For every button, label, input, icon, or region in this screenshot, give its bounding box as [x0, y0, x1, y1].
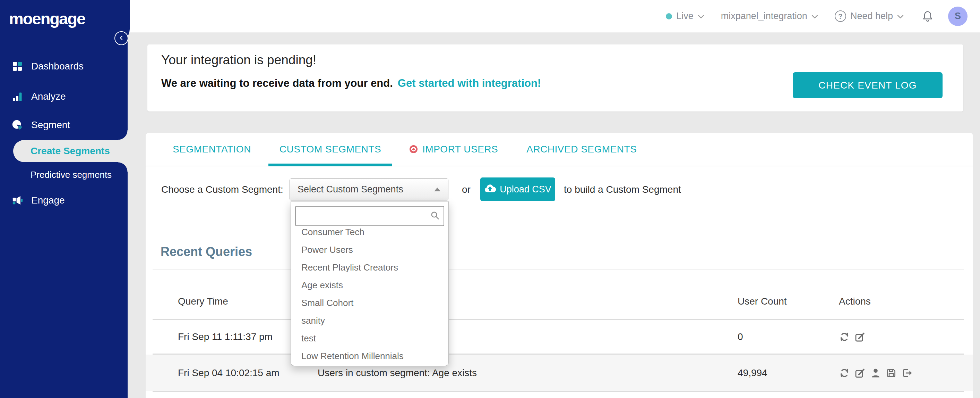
- table-row: Fri Sep 04 10:02:15 am Users in custom s…: [146, 355, 973, 391]
- column-actions: Actions: [839, 296, 871, 307]
- recent-queries-title: Recent Queries: [161, 245, 252, 259]
- app-window: Live mixpanel_integration ? Need help S: [0, 0, 980, 398]
- sidebar-item-segment[interactable]: Segment: [0, 116, 127, 134]
- cloud-upload-icon: [484, 183, 496, 195]
- or-label: or: [462, 179, 471, 200]
- sidebar-item-label: Predictive segments: [30, 169, 112, 180]
- chevron-down-icon: [811, 14, 818, 19]
- choose-segment-label: Choose a Custom Segment:: [161, 179, 283, 200]
- sidebar-item-analyze[interactable]: Analyze: [0, 88, 127, 105]
- sidebar-item-predictive-segments[interactable]: Predictive segments: [0, 166, 127, 184]
- status-dot-icon: [666, 13, 672, 19]
- dropdown-options: Consumer Tech Power Users Recent Playlis…: [291, 223, 449, 365]
- dropdown-option[interactable]: Recent Playlist Creators: [291, 259, 449, 277]
- user-count-cell: 0: [738, 331, 743, 342]
- avatar[interactable]: S: [948, 6, 967, 26]
- dropdown-option[interactable]: Power Users: [291, 241, 449, 259]
- tab-label: ARCHIVED SEGMENTS: [527, 144, 637, 155]
- chevron-down-icon: [897, 14, 904, 19]
- question-circle-icon: ?: [835, 10, 846, 22]
- magnifier-icon: [430, 211, 440, 222]
- banner-title: Your integration is pending!: [161, 53, 316, 67]
- dashboards-grid-icon: [12, 61, 23, 72]
- sidebar: Dashboards Analyze Segment: [0, 0, 127, 398]
- dropdown-option[interactable]: Small Cohort: [291, 294, 449, 312]
- sidebar-item-engage[interactable]: Engage: [0, 191, 127, 209]
- need-help-label: Need help: [850, 11, 893, 22]
- user-count-cell: 49,994: [738, 368, 767, 379]
- bell-icon[interactable]: [922, 10, 934, 22]
- sidebar-item-label: Dashboards: [31, 61, 84, 72]
- column-user-count: User Count: [738, 296, 787, 307]
- project-name: mixpanel_integration: [721, 11, 807, 22]
- export-icon[interactable]: [901, 368, 912, 379]
- check-event-log-button[interactable]: CHECK EVENT LOG: [793, 72, 943, 98]
- chevron-down-icon: [698, 14, 704, 19]
- tab-import-users[interactable]: IMPORT USERS: [398, 133, 509, 166]
- tab-label: IMPORT USERS: [422, 144, 498, 155]
- custom-segment-select[interactable]: Select Custom Segments: [290, 179, 449, 200]
- moengage-logo: moengage: [9, 9, 85, 28]
- table-header: Query Time User Count Actions: [146, 286, 973, 319]
- dropdown-option[interactable]: Age exists: [291, 277, 449, 294]
- banner-message: We are waiting to receive data from your…: [161, 77, 541, 90]
- divider: [153, 391, 964, 392]
- refresh-icon[interactable]: [839, 368, 850, 379]
- build-segment-label: to build a Custom Segment: [564, 179, 681, 200]
- sidebar-item-dashboards[interactable]: Dashboards: [0, 57, 127, 75]
- dropdown-option[interactable]: Low Retention Millennials: [291, 347, 449, 365]
- logo-block: moengage: [0, 0, 130, 42]
- environment-label: Live: [676, 11, 694, 22]
- actions-cell: [839, 368, 912, 379]
- tab-archived-segments[interactable]: ARCHIVED SEGMENTS: [515, 133, 648, 166]
- need-help-menu[interactable]: ? Need help: [835, 10, 904, 22]
- megaphone-icon: [12, 195, 23, 206]
- chevron-left-icon: [118, 35, 124, 42]
- segments-card: SEGMENTATION CUSTOM SEGMENTS IMPORT USER…: [146, 133, 973, 398]
- query-time-cell: Fri Sep 04 10:02:15 am: [178, 368, 280, 379]
- tab-label: CUSTOM SEGMENTS: [280, 144, 381, 155]
- tab-custom-segments[interactable]: CUSTOM SEGMENTS: [269, 133, 392, 166]
- sidebar-item-label: Analyze: [31, 91, 66, 102]
- query-cell: Users in custom segment: Age exists: [318, 368, 477, 379]
- upload-csv-button[interactable]: Upload CSV: [480, 177, 555, 201]
- sidebar-item-label: Engage: [31, 195, 65, 206]
- sidebar-collapse-button[interactable]: [115, 31, 128, 45]
- tab-segmentation[interactable]: SEGMENTATION: [162, 133, 262, 166]
- tab-label: SEGMENTATION: [173, 144, 251, 155]
- edit-icon[interactable]: [854, 331, 865, 342]
- custom-segment-dropdown: Consumer Tech Power Users Recent Playlis…: [291, 201, 449, 366]
- environment-selector[interactable]: Live: [666, 11, 704, 22]
- query-time-cell: Fri Sep 11 1:11:37 pm: [178, 331, 272, 342]
- upload-csv-label: Upload CSV: [500, 184, 551, 195]
- sidebar-item-label: Create Segments: [30, 145, 110, 157]
- user-icon[interactable]: [870, 368, 881, 379]
- chevron-up-icon: [434, 187, 441, 191]
- get-started-link[interactable]: Get started with integration!: [398, 77, 541, 90]
- segment-tabs: SEGMENTATION CUSTOM SEGMENTS IMPORT USER…: [146, 133, 973, 166]
- bar-chart-icon: [12, 91, 23, 102]
- divider: [153, 270, 964, 270]
- edit-icon[interactable]: [854, 368, 865, 379]
- sidebar-item-create-segments[interactable]: Create Segments: [13, 140, 127, 162]
- red-dot-icon: [410, 145, 417, 153]
- dropdown-option[interactable]: Consumer Tech: [291, 223, 449, 241]
- select-value: Select Custom Segments: [298, 184, 403, 195]
- pie-chart-icon: [12, 120, 23, 131]
- dropdown-option[interactable]: sanity: [291, 312, 449, 329]
- table-row: Fri Sep 11 1:11:37 pm 0: [146, 320, 973, 353]
- actions-cell: [839, 331, 865, 342]
- save-icon[interactable]: [886, 368, 897, 379]
- sidebar-item-label: Segment: [31, 120, 70, 131]
- top-bar: Live mixpanel_integration ? Need help S: [127, 0, 980, 33]
- dropdown-option[interactable]: test: [291, 329, 449, 347]
- refresh-icon[interactable]: [839, 331, 850, 342]
- integration-pending-banner: Your integration is pending! We are wait…: [147, 45, 963, 112]
- project-selector[interactable]: mixpanel_integration: [721, 11, 818, 22]
- banner-message-text: We are waiting to receive data from your…: [161, 77, 393, 90]
- column-query-time: Query Time: [178, 296, 228, 307]
